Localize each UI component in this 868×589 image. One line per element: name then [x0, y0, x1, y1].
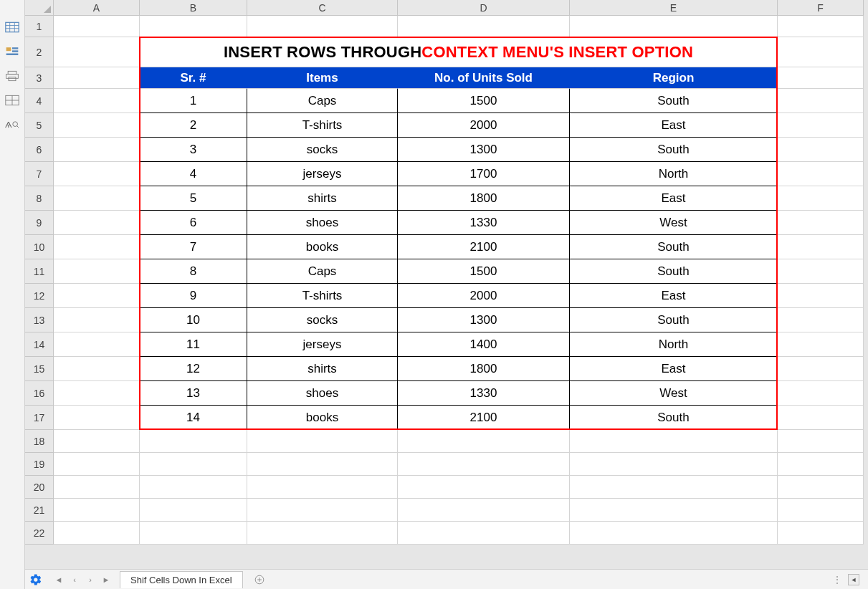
- cell[interactable]: [778, 138, 864, 162]
- cell[interactable]: [778, 162, 864, 186]
- data-cell-items[interactable]: jerseys: [247, 162, 398, 186]
- data-cell-region[interactable]: South: [570, 235, 778, 259]
- column-header-A[interactable]: A: [54, 0, 140, 16]
- cell[interactable]: [778, 113, 864, 138]
- row-header-20[interactable]: 20: [25, 476, 54, 499]
- cell[interactable]: [140, 453, 247, 476]
- cell[interactable]: [778, 357, 864, 381]
- data-cell-units[interactable]: 1500: [398, 259, 570, 284]
- cell[interactable]: [54, 16, 140, 37]
- column-header-B[interactable]: B: [140, 0, 247, 16]
- row-header-10[interactable]: 10: [25, 235, 54, 259]
- data-cell-region[interactable]: South: [570, 259, 778, 284]
- cell[interactable]: [54, 430, 140, 453]
- row-header-21[interactable]: 21: [25, 499, 54, 522]
- data-cell-sr[interactable]: 3: [140, 138, 247, 162]
- cell[interactable]: [54, 259, 140, 284]
- cell[interactable]: [140, 16, 247, 37]
- data-cell-units[interactable]: 2000: [398, 284, 570, 308]
- cell[interactable]: [778, 476, 864, 499]
- cell[interactable]: [54, 113, 140, 138]
- cell[interactable]: [54, 211, 140, 235]
- row-header-4[interactable]: 4: [25, 89, 54, 113]
- column-header-D[interactable]: D: [398, 0, 570, 16]
- cell[interactable]: [570, 16, 778, 37]
- data-cell-region[interactable]: South: [570, 406, 778, 430]
- data-cell-region[interactable]: South: [570, 138, 778, 162]
- data-cell-units[interactable]: 1800: [398, 186, 570, 211]
- cell[interactable]: [247, 499, 398, 522]
- hscroll-left-button[interactable]: ◄: [848, 574, 859, 585]
- row-header-11[interactable]: 11: [25, 259, 54, 284]
- cell[interactable]: [778, 37, 864, 67]
- data-cell-region[interactable]: West: [570, 381, 778, 406]
- cell[interactable]: [778, 211, 864, 235]
- data-cell-sr[interactable]: 11: [140, 332, 247, 357]
- data-cell-region[interactable]: East: [570, 113, 778, 138]
- data-cell-units[interactable]: 1300: [398, 308, 570, 332]
- data-cell-units[interactable]: 1500: [398, 89, 570, 113]
- row-header-8[interactable]: 8: [25, 186, 54, 211]
- row-header-6[interactable]: 6: [25, 138, 54, 162]
- cell[interactable]: [54, 476, 140, 499]
- row-header-15[interactable]: 15: [25, 357, 54, 381]
- row-header-17[interactable]: 17: [25, 406, 54, 430]
- tab-nav-next[interactable]: ›: [82, 572, 98, 588]
- data-cell-region[interactable]: North: [570, 332, 778, 357]
- data-cell-sr[interactable]: 7: [140, 235, 247, 259]
- data-cell-items[interactable]: books: [247, 406, 398, 430]
- print-tool-icon[interactable]: [5, 70, 19, 82]
- data-cell-units[interactable]: 2100: [398, 235, 570, 259]
- cell[interactable]: [778, 430, 864, 453]
- cell[interactable]: [140, 499, 247, 522]
- cell[interactable]: [778, 332, 864, 357]
- cell[interactable]: [398, 522, 570, 545]
- cell[interactable]: [247, 16, 398, 37]
- data-cell-units[interactable]: 1330: [398, 381, 570, 406]
- data-cell-items[interactable]: Caps: [247, 89, 398, 113]
- data-cell-region[interactable]: East: [570, 186, 778, 211]
- cell[interactable]: [54, 235, 140, 259]
- row-header-22[interactable]: 22: [25, 522, 54, 545]
- data-cell-sr[interactable]: 6: [140, 211, 247, 235]
- column-header-F[interactable]: F: [778, 0, 864, 16]
- data-cell-items[interactable]: jerseys: [247, 332, 398, 357]
- table-tool-icon[interactable]: [5, 95, 19, 106]
- data-cell-region[interactable]: South: [570, 89, 778, 113]
- data-cell-items[interactable]: socks: [247, 308, 398, 332]
- cell[interactable]: [570, 430, 778, 453]
- cell[interactable]: [140, 430, 247, 453]
- cell[interactable]: [54, 499, 140, 522]
- cell[interactable]: [778, 381, 864, 406]
- cell[interactable]: [778, 284, 864, 308]
- add-sheet-button[interactable]: [250, 571, 269, 588]
- data-cell-sr[interactable]: 14: [140, 406, 247, 430]
- table-header-region[interactable]: Region: [570, 67, 778, 89]
- cell[interactable]: [778, 89, 864, 113]
- cell[interactable]: [778, 522, 864, 545]
- data-cell-region[interactable]: West: [570, 211, 778, 235]
- cell[interactable]: [570, 499, 778, 522]
- data-cell-region[interactable]: South: [570, 308, 778, 332]
- cell[interactable]: [570, 476, 778, 499]
- settings-gear-icon[interactable]: [29, 573, 42, 586]
- cell[interactable]: [778, 67, 864, 89]
- row-header-2[interactable]: 2: [25, 37, 54, 67]
- cell[interactable]: [398, 16, 570, 37]
- cell[interactable]: [140, 522, 247, 545]
- row-header-5[interactable]: 5: [25, 113, 54, 138]
- table-header-sr[interactable]: Sr. #: [140, 67, 247, 89]
- data-cell-sr[interactable]: 10: [140, 308, 247, 332]
- row-header-16[interactable]: 16: [25, 381, 54, 406]
- column-header-E[interactable]: E: [570, 0, 778, 16]
- cell[interactable]: [398, 499, 570, 522]
- data-cell-items[interactable]: shirts: [247, 186, 398, 211]
- cell[interactable]: [140, 476, 247, 499]
- cell[interactable]: [54, 162, 140, 186]
- data-cell-units[interactable]: 1300: [398, 138, 570, 162]
- data-cell-units[interactable]: 1800: [398, 357, 570, 381]
- cell[interactable]: [247, 430, 398, 453]
- data-cell-items[interactable]: shoes: [247, 211, 398, 235]
- data-cell-units[interactable]: 1330: [398, 211, 570, 235]
- cell[interactable]: [778, 235, 864, 259]
